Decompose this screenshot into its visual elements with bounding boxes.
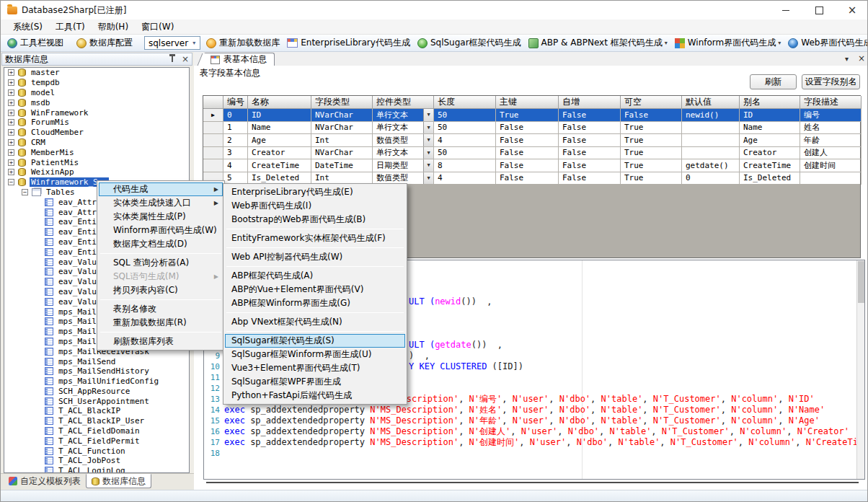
refresh-button[interactable]: 刷新 [750,74,797,89]
grid-cell[interactable]: 数值类型▼ [373,134,434,147]
grid-cell[interactable]: True [621,122,682,135]
tree-item[interactable]: +CRM [4,138,189,148]
grid-cell[interactable]: False [559,134,621,147]
context-menu-item[interactable]: 拷贝列表内容(C) [99,283,223,297]
grid-cell[interactable]: 日期类型▼ [373,159,434,172]
submenu-item[interactable]: ABP框架代码生成(A) [225,269,405,283]
grid-cell[interactable]: False [621,109,682,122]
grid-cell[interactable]: 8 [434,159,496,172]
grid-cell[interactable]: False [496,172,559,185]
chevron-down-icon[interactable]: ▼ [423,109,433,121]
submenu-item[interactable]: SqlSugar框架Winform界面生成(U) [225,348,405,361]
field-grid[interactable]: 编号名称字段类型控件类型长度主键自增可空默认值别名字段描述▶0IDNVarCha… [203,95,861,185]
grid-cell[interactable]: 姓名 [800,122,862,135]
grid-cell[interactable]: 创建时间 [800,159,862,172]
grid-cell[interactable]: 编号 [800,109,862,122]
grid-cell[interactable]: 单行文本▼ [373,122,434,135]
grid-cell[interactable]: 50 [434,147,496,160]
expand-icon[interactable]: + [8,119,14,126]
toolbar-sqlsugar-button[interactable]: SqlSugar框架代码生成 [415,36,524,50]
grid-cell[interactable]: 2 [223,134,248,147]
scrollbar-thumb[interactable] [858,261,864,303]
toolbar-winform-button[interactable]: Winform界面代码生成 ▾ [672,36,784,50]
grid-cell[interactable]: Creator [740,147,800,160]
submenu-item[interactable]: Web API控制器代码生成(W) [225,250,405,264]
grid-cell[interactable]: False [496,134,559,147]
toolbar-abp-button[interactable]: ABP & ABPNext 框架代码生成 ▾ [526,36,670,50]
tree-item[interactable]: +tempdb [4,78,189,88]
grid-cell[interactable] [682,134,740,147]
tree-item[interactable]: +PatientMis [4,157,189,167]
submenu-item[interactable]: Python+FastApi后端代码生成 [225,389,405,402]
row-selector-cell[interactable] [203,122,223,135]
grid-column-header[interactable]: 控件类型 [373,96,434,109]
grid-cell[interactable] [682,147,740,160]
dock-tab-database-info[interactable]: 数据库信息 [86,474,151,488]
chevron-down-icon[interactable]: ▼ [423,159,433,172]
tree-item[interactable]: T_ACL_LoginLog [4,466,189,473]
context-menu-item[interactable]: 表别名修改 [99,302,223,316]
grid-cell[interactable]: Name [740,122,800,135]
toolbar-view-button[interactable]: 工具栏视图 [4,36,66,50]
grid-cell[interactable]: Int [311,134,373,147]
menubar-item[interactable]: 窗口(W) [135,19,180,35]
chevron-down-icon[interactable]: ▾ [188,37,200,49]
grid-cell[interactable]: NVarChar [311,147,373,160]
submenu-item[interactable]: Vue3+Element界面代码生成(T) [225,361,405,375]
grid-cell[interactable]: DateTime [311,159,373,172]
tree-item[interactable]: +model [4,88,189,98]
menubar-item[interactable]: 工具(T) [49,19,92,35]
grid-row[interactable]: 3CreatorNVarChar单行文本▼50FalseFalseTrueCre… [203,147,860,160]
grid-cell[interactable] [682,122,740,135]
menubar-item[interactable]: 系统(S) [6,19,49,35]
grid-cell[interactable]: 单行文本▼ [373,109,434,122]
toolbar-reload-button[interactable]: 重新加载数据库 [203,36,283,50]
submenu-item[interactable]: Web界面代码生成(I) [225,199,405,213]
expand-icon[interactable]: + [8,69,14,76]
grid-cell[interactable]: newid() [682,109,740,122]
chevron-down-icon[interactable]: ▼ [423,172,433,185]
submenu-item[interactable]: ABP的Vue+Element界面代码(V) [225,283,405,296]
submenu-item[interactable]: SqlSugar框架代码生成(S) [225,334,405,348]
grid-column-header[interactable]: 自增 [559,96,621,109]
tree-item[interactable]: T_ACL_FieldDomain [4,426,189,436]
grid-cell[interactable]: Age [248,134,311,147]
grid-column-header[interactable]: 长度 [434,96,496,109]
tree-item[interactable]: T_ACL_Function [4,446,189,456]
tree-item[interactable]: +WinFramework [4,107,189,118]
grid-cell[interactable]: Is_Deleted [740,172,800,185]
grid-row[interactable]: 1NameNVarChar单行文本▼50FalseFalseTrueName姓名 [203,122,860,135]
grid-cell[interactable]: 0 [682,172,740,185]
grid-row[interactable]: 2AgeInt数值类型▼4FalseFalseTrueAge年龄 [203,134,860,147]
collapse-icon[interactable]: − [8,179,14,185]
grid-cell[interactable]: False [496,159,559,172]
grid-cell[interactable]: CreateTime [248,159,311,172]
tree-item[interactable]: SCH_AppResource [4,387,189,397]
tree-item[interactable]: SCH_UserAppointment [4,396,189,406]
grid-cell[interactable]: True [621,159,682,172]
expand-icon[interactable]: + [8,100,14,106]
context-menu-item[interactable]: 实体类生成快速入口▶ [99,196,223,210]
tree-item[interactable]: +WeixinApp [4,167,189,177]
context-menu-item[interactable]: SQL 查询分析器(A) [99,256,223,270]
submenu-item[interactable]: ABP框架Winform界面生成(G) [225,296,405,310]
grid-row[interactable]: 4CreateTimeDateTime日期类型▼8FalseFalseTrueg… [203,159,860,172]
grid-column-header[interactable]: 别名 [740,96,800,109]
grid-cell[interactable]: Creator [248,147,311,160]
grid-cell[interactable]: False [496,147,559,160]
grid-column-header[interactable]: 编号 [223,96,248,109]
context-menu-item[interactable]: 重新加载数据库(R) [99,316,223,330]
expand-icon[interactable]: + [8,139,14,146]
panel-close-icon[interactable]: × [182,56,189,63]
grid-cell[interactable]: False [559,147,621,160]
close-button[interactable]: × [836,1,868,19]
grid-cell[interactable]: False [559,172,621,185]
expand-icon[interactable]: + [8,79,14,86]
tab-list-button[interactable]: ▾ [845,55,849,63]
grid-cell[interactable]: 1 [223,122,248,135]
tree-item[interactable]: +ForumMis [4,118,189,128]
row-selector-cell[interactable]: ▶ [203,109,223,122]
context-menu-item[interactable]: 代码生成▶ [99,182,223,196]
context-menu-item[interactable]: SQL语句生成(M)▶ [99,270,223,283]
tree-item[interactable]: T_ACL_JobPost [4,456,189,466]
